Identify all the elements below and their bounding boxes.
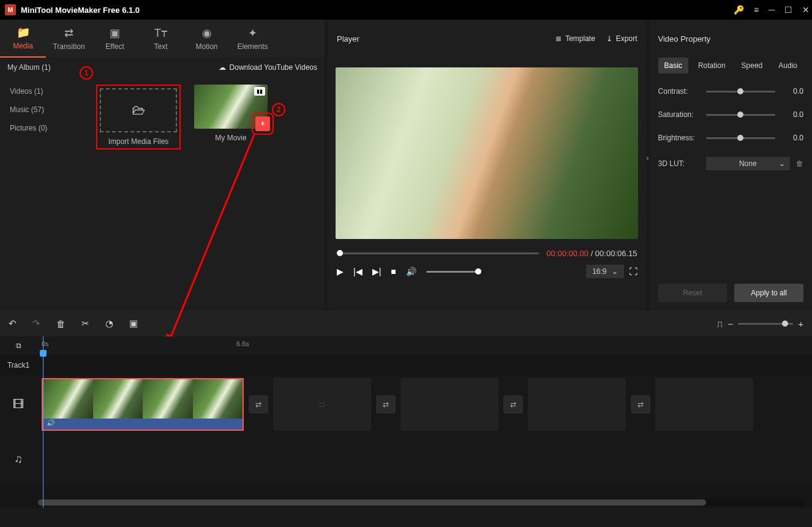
timeline-clip[interactable]: 🔊 [42,378,244,431]
property-title: Video Property [650,20,812,58]
tab-elements[interactable]: ✦ Elements [230,20,276,58]
tab-basic[interactable]: Basic [658,58,688,74]
minimize-button[interactable]: ─ [769,5,775,15]
contrast-thumb[interactable] [737,88,743,94]
video-clips-area[interactable]: 🔊 ⇄ □ ⇄ ⇄ ⇄ [37,376,812,433]
download-youtube-button[interactable]: ☁ Download YouTube Videos [219,63,317,72]
empty-clip-slot[interactable] [400,378,498,431]
scrubber-thumb[interactable] [337,250,343,256]
export-label: Export [616,34,637,43]
tab-motion[interactable]: ◉ Motion [184,20,230,58]
import-media-card[interactable]: 🗁 Import Media Files [96,85,181,150]
brightness-label: Brightness: [658,134,700,142]
elements-icon: ✦ [248,26,257,40]
add-to-timeline-button[interactable]: + [255,116,270,131]
audio-clips-area[interactable] [37,430,812,488]
tab-effect[interactable]: ▣ Effect [92,20,138,58]
audio-track-icon[interactable]: ♫ [0,433,37,485]
app-logo-icon: M [5,4,16,15]
play-button[interactable]: ▶ [337,267,344,276]
crop-button[interactable]: ▣ [129,318,138,329]
playhead[interactable] [43,336,43,508]
transition-slot-button[interactable]: ⇄ [503,395,523,414]
delete-lut-icon[interactable]: 🗑 [796,159,803,168]
scrubber[interactable]: 00:00:00.00 / 00:00:06.15 [337,250,637,256]
sidebar-item-videos[interactable]: Videos (1) [0,82,89,100]
key-icon[interactable]: 🔑 [734,5,744,15]
app-title: MiniTool MovieMaker Free 6.1.0 [21,6,140,15]
maximize-button[interactable]: ☐ [784,5,792,15]
transition-slot-button[interactable]: ⇄ [376,395,396,414]
video-track-row: 🎞 🔊 ⇄ □ ⇄ ⇄ ⇄ [0,376,812,433]
prev-frame-button[interactable]: |◀ [353,267,363,276]
scrubber-track[interactable] [337,252,539,254]
lut-select[interactable]: None ⌄ [706,157,790,170]
menu-icon[interactable]: ≡ [754,5,759,15]
main-row: 📁 Media ⇄ Transition ▣ Effect Tᴛ Text ◉ … [0,20,812,311]
speed-button[interactable]: ◔ [105,318,113,329]
tab-transition[interactable]: ⇄ Transition [46,20,92,58]
next-frame-button[interactable]: ▶| [372,267,382,276]
aspect-ratio-select[interactable]: 16:9 ⌄ [586,265,623,278]
brightness-slider[interactable] [706,137,775,139]
clip-thumb-frame [143,379,193,419]
lut-value: None [739,159,757,168]
template-icon: ≣ [555,34,562,43]
saturation-thumb[interactable] [737,112,743,118]
stop-button[interactable]: ■ [391,267,396,276]
transition-slot-button[interactable]: ⇄ [249,395,268,414]
close-button[interactable]: ✕ [802,5,810,15]
zoom-slider[interactable] [738,323,793,325]
reset-button[interactable]: Reset [658,284,727,302]
sidebar-item-pictures[interactable]: Pictures (0) [0,119,89,137]
time-display: 00:00:00.00 / 00:00:06.15 [546,249,637,258]
apply-to-all-button[interactable]: Apply to all [734,284,803,302]
folder-icon: 📁 [17,26,30,39]
timeline-scrollbar[interactable] [38,499,806,506]
tab-rotation[interactable]: Rotation [692,58,732,74]
redo-button[interactable]: ↷ [32,318,40,329]
tab-audio[interactable]: Audio [772,58,803,74]
volume-icon[interactable]: 🔊 [406,267,416,276]
media-clip-card[interactable]: ▮▮ + My Movie [192,85,270,142]
volume-slider[interactable] [426,271,481,273]
delete-button[interactable]: 🗑 [56,319,66,329]
zoom-thumb[interactable] [782,320,788,327]
contrast-slider[interactable] [706,91,775,93]
tab-text-label: Text [154,42,167,51]
clip-audio-bar[interactable]: 🔊 [43,419,242,430]
layer-manager-icon[interactable]: ⧉ [0,336,37,355]
ruler[interactable]: ⧉ 0s 6.6s [0,336,812,355]
zoom-in-button[interactable]: + [798,319,803,329]
import-drop-zone[interactable]: 🗁 [100,88,177,132]
tab-speed[interactable]: Speed [735,58,769,74]
video-track-icon[interactable]: 🎞 [0,376,37,433]
fullscreen-button[interactable]: ⛶ [629,267,637,276]
empty-clip-slot[interactable] [528,378,626,431]
transition-slot-button[interactable]: ⇄ [631,395,650,414]
chevron-down-icon: ⌄ [779,159,785,168]
video-preview[interactable] [336,67,638,239]
split-button[interactable]: ✂ [81,318,89,329]
undo-button[interactable]: ↶ [9,318,17,329]
snap-icon[interactable]: ⎍ [717,319,723,329]
volume-thumb[interactable] [475,268,481,275]
tab-media[interactable]: 📁 Media [0,20,46,58]
brightness-thumb[interactable] [737,135,743,141]
tab-media-label: Media [13,42,33,50]
sidebar-item-music[interactable]: Music (57) [0,100,89,119]
export-button[interactable]: ⤓ Export [606,34,637,43]
saturation-slider[interactable] [706,114,775,116]
empty-clip-slot[interactable] [655,378,753,431]
chevron-down-icon: ⌄ [612,267,618,276]
collapse-panel-icon[interactable]: › [647,154,649,162]
zoom-out-button[interactable]: − [727,319,733,329]
scrollbar-thumb[interactable] [38,499,706,506]
motion-icon: ◉ [202,26,212,40]
tab-text[interactable]: Tᴛ Text [138,20,184,58]
clip-thumbnail[interactable]: ▮▮ + [194,85,268,129]
saturation-label: Saturation: [658,110,700,119]
empty-clip-slot[interactable]: □ [273,378,371,431]
template-button[interactable]: ≣ Template [555,34,595,43]
time-sep: / [588,249,595,258]
